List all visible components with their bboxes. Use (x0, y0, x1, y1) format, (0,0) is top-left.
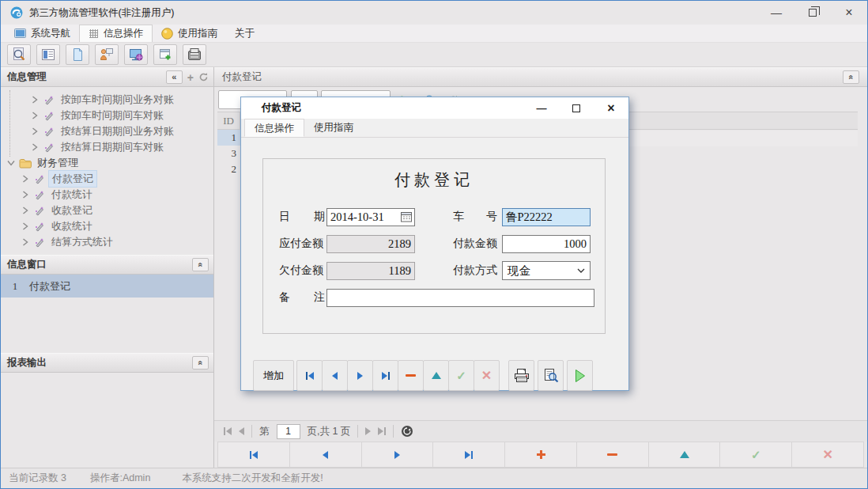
collapse-up-icon[interactable]: « (843, 70, 859, 84)
first-record-button[interactable] (296, 360, 323, 391)
prev-record-button[interactable] (322, 360, 348, 391)
chevron-right-icon[interactable] (21, 222, 30, 230)
owed-label: 欠付金额 (279, 263, 325, 278)
chevron-right-icon[interactable] (30, 127, 40, 135)
tree-item[interactable]: 按卸车时间期间业务对账 (1, 92, 213, 108)
menu-label: 系统导航 (31, 27, 70, 40)
record-list-button[interactable] (36, 44, 60, 65)
tree-item-finance[interactable]: 财务管理 (1, 155, 213, 171)
collapse-up-icon[interactable]: « (192, 258, 209, 271)
grid-column-id[interactable]: ID (217, 112, 240, 129)
run-button[interactable] (567, 360, 593, 391)
collapse-left-icon[interactable]: « (166, 70, 183, 84)
calendar-icon[interactable] (401, 211, 413, 225)
delete-record-button[interactable] (576, 442, 649, 468)
item-index: 1 (1, 280, 29, 293)
edit-record-button[interactable] (648, 442, 721, 468)
method-select[interactable]: 现金 (502, 261, 591, 280)
tool-icon (42, 142, 55, 153)
edit-icon (680, 451, 689, 458)
next-page-icon[interactable] (365, 427, 371, 435)
form-groupbox: 付款登记 日期 车号 应付金额 (262, 158, 606, 334)
add-record-button[interactable] (504, 442, 577, 468)
tree-label: 按卸车时间期间车对账 (58, 108, 167, 123)
prev-page-icon[interactable] (239, 427, 244, 435)
prev-record-button[interactable] (289, 442, 362, 468)
print-icon (513, 368, 530, 384)
search-document-button[interactable] (7, 44, 31, 65)
tree-label: 结算方式统计 (48, 234, 116, 250)
document-button[interactable] (66, 44, 89, 65)
dialog-close-button[interactable]: × (594, 97, 628, 119)
dialog-maximize-button[interactable] (559, 97, 594, 119)
delete-record-button[interactable] (398, 360, 424, 391)
first-page-icon[interactable] (224, 427, 232, 435)
tree-label: 付款统计 (48, 187, 96, 203)
info-window-item[interactable]: 1 付款登记 (1, 275, 213, 298)
plus-icon[interactable]: + (187, 71, 194, 84)
print-preview-button[interactable] (538, 360, 564, 391)
menu-about[interactable]: 关于 (226, 25, 263, 42)
tree-item[interactable]: 按结算日期期间业务对账 (1, 123, 213, 139)
dialog-tab-info-operation[interactable]: 信息操作 (244, 119, 304, 137)
document-icon (70, 47, 85, 63)
archive-printer-button[interactable] (183, 44, 206, 65)
tree-item[interactable]: 付款统计 (1, 187, 213, 203)
confirm-button[interactable]: ✓ (719, 442, 792, 468)
plate-input[interactable] (502, 208, 591, 226)
refresh-pager-icon[interactable] (401, 425, 413, 438)
grid-row[interactable]: 1 (217, 130, 240, 146)
collapse-up-icon[interactable]: « (192, 356, 209, 370)
chevron-down-icon[interactable] (6, 160, 16, 166)
grid-row[interactable]: 3 (217, 146, 240, 161)
plate-label: 车号 (453, 210, 497, 224)
menu-info-operation[interactable]: 信息操作 (79, 25, 153, 42)
tree-item-payment-register[interactable]: 付款登记 (1, 171, 213, 187)
tree-item[interactable]: 按卸车时间期间车对账 (1, 108, 213, 123)
next-record-button[interactable] (361, 442, 434, 468)
menu-user-guide[interactable]: 使用指南 (153, 25, 226, 42)
close-button[interactable]: × (831, 1, 867, 25)
user-board-button[interactable] (95, 44, 119, 65)
window-title: 第三方物流管理软件(非注册用户) (29, 6, 174, 20)
add-button[interactable]: 增加 (253, 360, 294, 391)
panel-title: 报表输出 (7, 356, 47, 370)
last-record-button[interactable] (432, 442, 505, 468)
chevron-right-icon[interactable] (21, 207, 30, 214)
cancel-button[interactable]: ✕ (474, 360, 500, 391)
confirm-button[interactable]: ✓ (448, 360, 474, 391)
chevron-right-icon[interactable] (21, 191, 30, 199)
window-add-button[interactable] (153, 44, 177, 65)
tool-icon (32, 190, 46, 200)
cancel-button[interactable]: ✕ (791, 442, 864, 468)
chevron-right-icon[interactable] (21, 175, 30, 183)
payment-label: 付款金额 (453, 237, 497, 251)
maximize-icon (572, 104, 580, 112)
tree-item[interactable]: 按结算日期期间车对账 (1, 139, 213, 155)
chevron-right-icon[interactable] (30, 96, 40, 104)
next-record-button[interactable] (347, 360, 373, 391)
payment-input[interactable] (502, 235, 591, 253)
dialog-minimize-button[interactable]: — (524, 97, 559, 119)
chevron-right-icon[interactable] (30, 112, 40, 119)
last-page-icon[interactable] (378, 427, 386, 435)
remark-input[interactable] (326, 289, 594, 307)
print-button[interactable] (508, 360, 534, 391)
grid-row[interactable]: 2 (217, 161, 240, 177)
first-record-button[interactable] (217, 442, 290, 468)
edit-record-button[interactable] (423, 360, 449, 391)
monitor-globe-button[interactable] (124, 44, 148, 65)
restore-button[interactable] (794, 1, 831, 25)
tree-item[interactable]: 收款登记 (1, 203, 213, 218)
minimize-button[interactable]: — (758, 1, 794, 25)
menu-system-nav[interactable]: 系统导航 (6, 25, 79, 42)
chevron-right-icon[interactable] (30, 143, 40, 151)
dialog-tab-user-guide[interactable]: 使用指南 (304, 119, 363, 137)
delete-icon (607, 453, 617, 456)
tree-item[interactable]: 收款统计 (1, 218, 213, 234)
last-record-button[interactable] (372, 360, 398, 391)
refresh-icon[interactable] (198, 72, 209, 82)
tree-item[interactable]: 结算方式统计 (1, 234, 213, 250)
page-number-input[interactable] (277, 424, 300, 439)
chevron-right-icon[interactable] (21, 238, 30, 246)
